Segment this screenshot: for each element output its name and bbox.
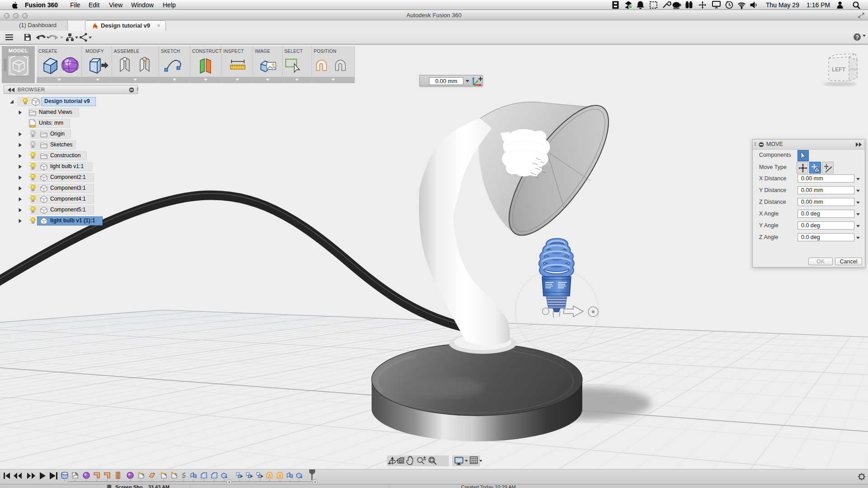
svg-text:LEFT: LEFT: [832, 66, 846, 73]
svg-text:FRO: FRO: [850, 67, 858, 71]
svg-text:?: ?: [855, 34, 859, 41]
